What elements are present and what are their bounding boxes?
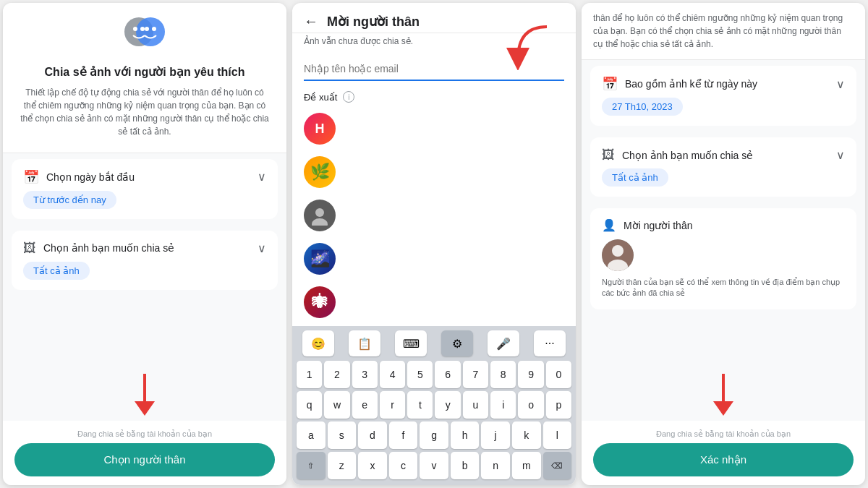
key-h[interactable]: h [451, 421, 480, 449]
middle-panel: ← Mời người thân Ảnh vẫn chưa được chia … [292, 3, 576, 485]
mic-button[interactable]: 🎤 [488, 330, 519, 356]
key-5[interactable]: 5 [407, 361, 433, 388]
key-f[interactable]: f [389, 421, 418, 449]
right-invite-label: Mời người thân [624, 220, 692, 231]
svg-point-10 [312, 218, 328, 226]
key-t[interactable]: t [407, 391, 433, 419]
key-q[interactable]: q [297, 391, 322, 419]
key-v[interactable]: v [420, 452, 448, 479]
key-s[interactable]: s [328, 421, 357, 449]
right-date-row: 📅 Bao gồm ảnh kể từ ngày này ∨ [602, 76, 845, 92]
key-p[interactable]: p [546, 391, 571, 419]
photo-chevron[interactable]: ∨ [258, 241, 266, 255]
right-photo-row: 🖼 Chọn ảnh bạn muốn chia sẻ ∨ [602, 147, 845, 163]
suggest-row: Đề xuất i [292, 87, 576, 107]
left-panel: Chia sẻ ảnh với người bạn yêu thích Thiế… [3, 3, 286, 485]
key-7[interactable]: 7 [463, 361, 488, 388]
keyboard-switch-button[interactable]: ⌨ [395, 330, 427, 356]
key-l[interactable]: l [543, 421, 572, 449]
svg-point-4 [145, 27, 149, 31]
right-invite-section: 👤 Mời người thân Người thân của bạn sẽ c… [590, 208, 856, 309]
key-2[interactable]: 2 [324, 361, 349, 388]
key-b[interactable]: b [451, 452, 480, 479]
key-i[interactable]: i [490, 391, 516, 419]
app-icon [124, 17, 165, 58]
settings-button[interactable]: ⚙ [441, 330, 473, 356]
left-top-section: Chia sẻ ảnh với người bạn yêu thích Thiế… [3, 3, 286, 153]
info-icon[interactable]: i [343, 91, 354, 103]
key-e[interactable]: e [352, 391, 378, 419]
choose-person-button[interactable]: Chọn người thân [14, 443, 275, 476]
back-button[interactable]: ← [304, 13, 318, 30]
key-d[interactable]: d [358, 421, 387, 449]
key-x[interactable]: x [358, 452, 387, 479]
confirm-button[interactable]: Xác nhận [593, 443, 854, 476]
avatar-4: 🌌 [304, 243, 336, 275]
key-u[interactable]: u [463, 391, 488, 419]
photo-label: Chọn ảnh bạn muốn chia sẻ [43, 242, 174, 254]
contact-item-4[interactable]: 🌌 [292, 237, 576, 281]
right-date-label: Bao gồm ảnh kể từ ngày này [625, 78, 757, 90]
key-j[interactable]: j [481, 421, 510, 449]
contact-item-5[interactable]: 🕷 [292, 281, 576, 324]
right-arrow-down-indicator [709, 374, 738, 417]
contact-item-1[interactable]: H [292, 107, 576, 150]
key-1[interactable]: 1 [297, 361, 322, 388]
emoji-button[interactable]: 😊 [302, 330, 334, 356]
key-a[interactable]: a [297, 421, 326, 449]
photo-row: 🖼 Chọn ảnh bạn muốn chia sẻ ∨ [23, 241, 266, 256]
right-top-text: thân để họ luôn có thể chiêm ngưỡng nhữn… [582, 3, 865, 60]
left-description: Thiết lập chế độ tự động chia sẻ với ngư… [20, 86, 269, 138]
key-w[interactable]: w [324, 391, 349, 419]
contact-list: H 🌿 🌌 🕷 [292, 107, 576, 326]
key-6[interactable]: 6 [435, 361, 460, 388]
avatar-1: H [304, 113, 336, 145]
key-9[interactable]: 9 [518, 361, 543, 388]
arrow-down-indicator [130, 374, 159, 417]
key-g[interactable]: g [420, 421, 448, 449]
date-label: Chọn ngày bắt đầu [46, 171, 135, 183]
right-photo-tag[interactable]: Tất cả ảnh [602, 168, 668, 187]
clipboard-button[interactable]: 📋 [349, 330, 380, 356]
key-8[interactable]: 8 [490, 361, 516, 388]
svg-point-12 [612, 245, 624, 257]
right-photo-label: Chọn ảnh bạn muốn chia sẻ [622, 150, 753, 161]
key-k[interactable]: k [512, 421, 541, 449]
key-n[interactable]: n [481, 452, 510, 479]
key-c[interactable]: c [389, 452, 418, 479]
more-button[interactable]: ··· [534, 330, 566, 356]
right-invite-row: 👤 Mời người thân [602, 218, 845, 232]
key-4[interactable]: 4 [380, 361, 405, 388]
key-z[interactable]: z [328, 452, 357, 479]
friend-info-text: Người thân của bạn sẽ có thể xem thông t… [602, 277, 845, 299]
avatar-3 [304, 200, 336, 231]
key-o[interactable]: o [518, 391, 543, 419]
friend-avatar [602, 239, 634, 271]
key-y[interactable]: y [435, 391, 460, 419]
key-r[interactable]: r [380, 391, 405, 419]
svg-point-5 [152, 27, 156, 31]
key-shift[interactable]: ⇧ [297, 452, 326, 479]
right-date-tag[interactable]: 27 Th10, 2023 [602, 98, 683, 116]
date-row: 📅 Chọn ngày bắt đầu ∨ [23, 169, 266, 185]
right-photo-section: 🖼 Chọn ảnh bạn muốn chia sẻ ∨ Tất cả ảnh [590, 137, 856, 197]
photo-tag-button[interactable]: Tất cả ảnh [23, 262, 90, 280]
right-photo-chevron[interactable]: ∨ [836, 148, 845, 162]
z-row: ⇧ z x c v b n m ⌫ [295, 452, 573, 479]
key-m[interactable]: m [512, 452, 541, 479]
key-0[interactable]: 0 [546, 361, 571, 388]
contact-item-2[interactable]: 🌿 [292, 150, 576, 194]
mid-title: Mời người thân [327, 14, 420, 30]
right-panel: thân để họ luôn có thể chiêm ngưỡng nhữn… [582, 3, 865, 485]
right-date-chevron[interactable]: ∨ [836, 77, 845, 91]
contact-item-3[interactable] [292, 194, 576, 237]
key-3[interactable]: 3 [352, 361, 378, 388]
svg-marker-7 [135, 401, 155, 416]
number-row: 1 2 3 4 5 6 7 8 9 0 [295, 361, 573, 388]
date-section: 📅 Chọn ngày bắt đầu ∨ Từ trước đến nay [12, 159, 278, 219]
key-backspace[interactable]: ⌫ [543, 452, 572, 479]
date-tag-button[interactable]: Từ trước đến nay [23, 191, 116, 209]
virtual-keyboard[interactable]: 😊 📋 ⌨ ⚙ 🎤 ··· 1 2 3 4 5 6 7 8 9 0 q w e … [292, 326, 576, 485]
left-title: Chia sẻ ảnh với người bạn yêu thích [45, 65, 245, 80]
date-chevron[interactable]: ∨ [258, 170, 266, 184]
